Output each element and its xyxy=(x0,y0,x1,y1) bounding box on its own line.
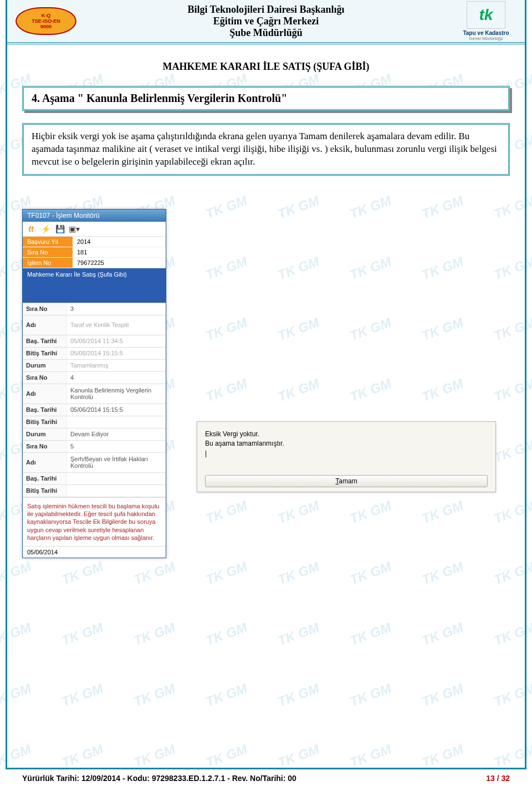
tk-caption: Tapu ve Kadastro xyxy=(453,30,519,36)
tamam-label-rest: amam xyxy=(339,477,357,485)
step5-bas xyxy=(67,473,166,484)
grid-lab-bitis-2: Bitiş Tarihi xyxy=(23,416,67,428)
footer-left: Yürürlük Tarihi: 12/09/2014 - Kodu: 9729… xyxy=(22,774,296,783)
badge-line2: TSE-ISO-EN xyxy=(32,18,60,24)
bolt-icon[interactable]: ⚡ xyxy=(40,224,50,234)
step4-durum: Devam Ediyor xyxy=(67,428,166,440)
grid-lab-bas-3: Baş. Tarihi xyxy=(23,473,67,484)
basvuru-yil-value: 2014 xyxy=(73,237,166,247)
sira-no-value: 181 xyxy=(73,247,166,258)
grid-lab-bas-2: Baş. Tarihi xyxy=(23,404,67,416)
grid-lab-bitis: Bitiş Tarihi xyxy=(23,348,67,359)
grid-lab-adi-2: Adı xyxy=(23,384,67,404)
status-date: 05/06/2014 xyxy=(23,546,166,558)
step5-sira: 5 xyxy=(67,441,166,452)
message-dialog: Eksik Vergi yoktur. Bu aşama tamamlanmış… xyxy=(197,421,496,492)
info-rows: Başvuru Yıl 2014 Sıra No 181 İşlem No 79… xyxy=(23,237,166,268)
page-number: 13 / 32 xyxy=(486,774,510,783)
grid-lab-durum: Durum xyxy=(23,360,67,371)
app-title: TF0107 - İşlem Monitörü xyxy=(27,212,100,220)
app-icon[interactable]: tt xyxy=(26,224,36,234)
badge-line1: K-Q xyxy=(42,13,51,18)
op-spacer xyxy=(23,280,166,303)
step-title: 4. Aşama " Kanunla Belirlenmiş Vergileri… xyxy=(32,92,287,104)
grid-lab-durum-2: Durum xyxy=(23,428,67,440)
document-header: K-Q TSE-ISO-EN 9000 Bilgi Teknolojileri … xyxy=(7,0,525,44)
step3-durum: Tamamlanmış xyxy=(67,360,166,371)
dialog-message: Eksik Vergi yoktur. Bu aşama tamamlanmış… xyxy=(197,422,495,472)
operation-name: Mahkeme Kararı İle Satış (Şufa Gibi) xyxy=(23,268,166,280)
grid-lab-adi-3: Adı xyxy=(23,453,67,472)
dialog-cursor: | xyxy=(205,449,488,458)
crop-icon[interactable]: ▣▾ xyxy=(69,224,79,234)
app-toolbar: tt ⚡ 💾 ▣▾ xyxy=(23,222,166,237)
note-box: Satış işleminin hükmen tescili bu başlam… xyxy=(23,497,166,546)
app-window: TF0107 - İşlem Monitörü tt ⚡ 💾 ▣▾ Başvur… xyxy=(22,209,166,558)
header-line-3: Şube Müdürlüğü xyxy=(187,27,344,39)
grid-lab-sira-3: Sıra No xyxy=(23,441,67,452)
sira-no-label: Sıra No xyxy=(23,247,73,258)
basvuru-yil-label: Başvuru Yıl xyxy=(23,237,73,247)
tk-sub: Genel Müdürlüğü xyxy=(453,36,519,41)
steps-grid: Sıra No3 AdıTaraf ve Kimlik Tespiti Baş.… xyxy=(23,303,166,497)
dialog-line-1: Eksik Vergi yoktur. xyxy=(205,430,488,439)
app-titlebar[interactable]: TF0107 - İşlem Monitörü xyxy=(23,210,166,222)
step5-adi: Şerh/Beyan ve İrtifak Hakları Kontrolü xyxy=(67,453,166,472)
dialog-line-2: Bu aşama tamamlanmıştır. xyxy=(205,439,488,448)
tk-logo-icon: tk xyxy=(467,1,505,29)
description-box: Hiçbir eksik vergi yok ise aşama çalıştı… xyxy=(22,123,510,176)
tamam-button[interactable]: Tamam xyxy=(205,475,488,487)
document-title: MAHKEME KARARI İLE SATIŞ (ŞUFA GİBİ) xyxy=(7,61,525,73)
badge-line3: 9000 xyxy=(40,24,52,29)
tk-logo-block: tk Tapu ve Kadastro Genel Müdürlüğü xyxy=(453,1,519,41)
step3-sira: 3 xyxy=(67,303,166,315)
step4-adi: Kanunla Belirlenmiş Vergilerin Kontrolü xyxy=(67,384,166,404)
footer: Yürürlük Tarihi: 12/09/2014 - Kodu: 9729… xyxy=(22,774,510,783)
header-line-1: Bilgi Teknolojileri Dairesi Başkanlığı xyxy=(187,4,344,16)
dialog-button-row: Tamam xyxy=(197,472,495,492)
step5-bitis xyxy=(67,485,166,497)
save-icon[interactable]: 💾 xyxy=(55,224,65,234)
grid-lab-sira-2: Sıra No xyxy=(23,372,67,384)
grid-lab-bas: Baş. Tarihi xyxy=(23,335,67,347)
islem-no-label: İşlem No xyxy=(23,258,73,268)
step3-adi: Taraf ve Kimlik Tespiti xyxy=(67,315,166,335)
islem-no-value: 79672225 xyxy=(73,258,166,268)
grid-lab-sira: Sıra No xyxy=(23,303,67,315)
step-title-box: 4. Aşama " Kanunla Belirlenmiş Vergileri… xyxy=(22,86,510,111)
grid-lab-bitis-3: Bitiş Tarihi xyxy=(23,485,67,497)
step4-bas: 05/06/2014 15:15:5 xyxy=(67,404,166,416)
grid-lab-adi: Adı xyxy=(23,315,67,335)
step4-sira: 4 xyxy=(67,372,166,384)
step3-bitis: 05/06/2014 15:15:5 xyxy=(67,348,166,359)
header-line-2: Eğitim ve Çağrı Merkezi xyxy=(187,16,344,27)
header-center: Bilgi Teknolojileri Dairesi Başkanlığı E… xyxy=(187,4,344,39)
iso-badge: K-Q TSE-ISO-EN 9000 xyxy=(13,6,79,37)
step4-bitis xyxy=(67,416,166,428)
step3-bas: 05/06/2014 11:34:5 xyxy=(67,335,166,347)
